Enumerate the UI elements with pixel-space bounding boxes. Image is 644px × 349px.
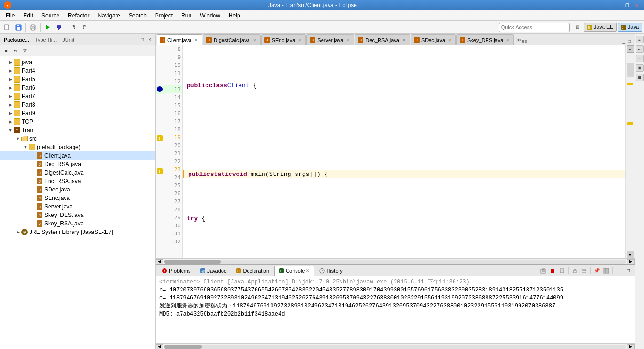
console-hscrollbar[interactable]: ◀ ▶ (156, 343, 635, 349)
minimize-panel-button[interactable]: _ (132, 37, 138, 42)
tab-problems[interactable]: ! Problems (157, 266, 195, 276)
tree-item-client-java[interactable]: J Client.java (0, 151, 155, 160)
rs-btn-3[interactable]: ≈ (636, 55, 644, 62)
tree-item-part4[interactable]: ▶ Part4 (0, 66, 155, 75)
close-button[interactable]: ✕ (633, 2, 640, 8)
tab-digestcalc-java[interactable]: J DigestCalc.java ✕ (203, 34, 260, 45)
tree-item-sdec-java[interactable]: J SDec.java (0, 185, 155, 194)
tree-item-skey-rsa-java[interactable]: J Skey_RSA.java (0, 219, 155, 228)
perspective-java[interactable]: J Java (618, 23, 642, 32)
console-scroll-left[interactable]: ◀ (156, 344, 163, 349)
tab-type-hierarchy[interactable]: Type Hi... (33, 36, 58, 43)
menu-file[interactable]: File (2, 11, 18, 20)
stop-button[interactable] (558, 266, 566, 275)
tree-item-part5[interactable]: ▶ Part5 (0, 75, 155, 83)
quick-access-input[interactable] (499, 23, 570, 32)
tab-server-java[interactable]: J Server.java ✕ (306, 34, 354, 45)
tree-item-dec-rsa-java[interactable]: J Dec_RSA.java (0, 160, 155, 168)
tree-item-part9[interactable]: ▶ Part9 (0, 109, 155, 117)
tree-item-java[interactable]: ▶ java (0, 58, 155, 66)
menu-source[interactable]: Source (38, 11, 63, 20)
rs-btn-2[interactable]: ⋯ (636, 45, 644, 53)
window-controls[interactable]: — ❐ ✕ (614, 2, 640, 8)
tree-item-part7[interactable]: ▶ Part7 (0, 92, 155, 100)
tree-item-skey-des-java[interactable]: J Skey_DES.java (0, 211, 155, 219)
close-tab-button[interactable]: ✕ (346, 38, 350, 42)
print-button[interactable] (28, 22, 38, 33)
minimize-bottom-button[interactable]: _ (615, 266, 623, 275)
tab-history[interactable]: History (315, 266, 347, 276)
redo-button[interactable] (80, 22, 90, 33)
perspective-java-ee[interactable]: E Java EE (584, 23, 617, 32)
console-scroll-right[interactable]: ▶ (627, 344, 635, 349)
code-editor[interactable]: public class Client { public static void… (183, 45, 625, 258)
tab-client-java[interactable]: J Client.java ✕ (157, 34, 202, 45)
terminate-button[interactable] (548, 266, 557, 275)
scroll-down-button[interactable]: ▼ (627, 251, 634, 258)
tab-skey-des-java[interactable]: J Skey_DES.java ✕ (456, 34, 514, 45)
editor-panel-maximize[interactable]: □ (627, 38, 632, 45)
tree-item-src[interactable]: ▼ src (0, 134, 155, 143)
close-tab-button[interactable]: ✕ (448, 38, 452, 42)
close-tab-button[interactable]: ✕ (506, 38, 510, 42)
close-console-tab[interactable]: ✕ (306, 268, 310, 273)
word-wrap-button[interactable] (580, 266, 588, 275)
new-button[interactable] (2, 22, 12, 33)
tab-package-explorer[interactable]: Package... (2, 36, 31, 43)
tree-item-server-java[interactable]: J Server.java (0, 202, 155, 211)
tab-dec-rsa-java[interactable]: J Dec_RSA.java ✕ (355, 34, 410, 45)
menu-navigate[interactable]: Navigate (94, 11, 124, 20)
rs-btn-5[interactable]: ▦ (636, 74, 644, 81)
link-with-editor-button[interactable]: ⇔ (11, 46, 20, 55)
clear-console-button[interactable] (539, 266, 547, 275)
menu-window[interactable]: Window (196, 11, 224, 20)
tree-item-tcp[interactable]: ▶ TCP (0, 117, 155, 126)
open-console-button[interactable] (602, 266, 611, 275)
tree-item-tran[interactable]: ▼ T Tran (0, 126, 155, 134)
run-button[interactable] (42, 22, 53, 33)
tab-console[interactable]: >_ Console ✕ (274, 266, 314, 276)
tab-declaration[interactable]: D Declaration (231, 266, 273, 276)
scroll-up-button[interactable]: ▲ (627, 45, 634, 53)
maximize-panel-button[interactable]: □ (139, 37, 146, 42)
close-tab-button[interactable]: ✕ (194, 38, 198, 42)
scroll-lock-button[interactable] (570, 266, 579, 275)
tab-senc-java[interactable]: J SEnc.java ✕ (261, 34, 306, 45)
close-panel-button[interactable]: ✕ (147, 37, 153, 42)
tabs-overflow-button[interactable]: ≫53 (514, 36, 528, 45)
close-tab-button[interactable]: ✕ (298, 38, 302, 42)
rs-btn-1[interactable]: ≡ (636, 36, 644, 43)
close-tab-button[interactable]: ✕ (402, 38, 406, 42)
debug-button[interactable] (54, 22, 64, 33)
minimize-button[interactable]: — (614, 2, 621, 8)
scroll-left-button[interactable]: ◀ (156, 259, 163, 264)
tree-item-jre-library[interactable]: ▶ ☕ JRE System Library [JavaSE-1.7] (0, 228, 155, 236)
tree-item-enc-rsa-java[interactable]: J Enc_RSA.java (0, 177, 155, 185)
menu-run[interactable]: Run (177, 11, 195, 20)
tree-item-default-package[interactable]: ▼ (default package) (0, 143, 155, 151)
menu-help[interactable]: Help (225, 11, 244, 20)
tab-sdec-java[interactable]: J SDec.java ✕ (411, 34, 456, 45)
maximize-bottom-button[interactable]: □ (624, 266, 633, 275)
view-menu-button[interactable]: ▽ (21, 46, 29, 55)
menu-refactor[interactable]: Refactor (64, 11, 93, 20)
tab-junit[interactable]: JUnit (60, 36, 76, 43)
close-tab-button[interactable]: ✕ (253, 38, 256, 42)
tree-item-digestcalc-java[interactable]: J DigestCalc.java (0, 168, 155, 177)
open-perspective-button[interactable]: ⊞ (572, 22, 583, 33)
tree-item-senc-java[interactable]: J SEnc.java (0, 194, 155, 202)
tree-item-part6[interactable]: ▶ Part6 (0, 83, 155, 92)
scroll-right-button[interactable]: ▶ (627, 259, 635, 264)
editor-panel-minimize[interactable]: _ (621, 38, 626, 45)
menu-edit[interactable]: Edit (19, 11, 37, 20)
maximize-button[interactable]: ❐ (623, 2, 631, 8)
editor-hscrollbar[interactable]: ◀ ▶ (156, 258, 635, 264)
save-button[interactable] (13, 22, 24, 33)
menu-search[interactable]: Search (125, 11, 150, 20)
undo-button[interactable] (68, 22, 79, 33)
tab-javadoc[interactable]: @ Javadoc (196, 266, 231, 276)
menu-project[interactable]: Project (151, 11, 176, 20)
collapse-all-button[interactable]: ≡ (2, 46, 10, 55)
tree-item-part8[interactable]: ▶ Part8 (0, 100, 155, 109)
pin-button[interactable]: 📌 (593, 266, 601, 275)
